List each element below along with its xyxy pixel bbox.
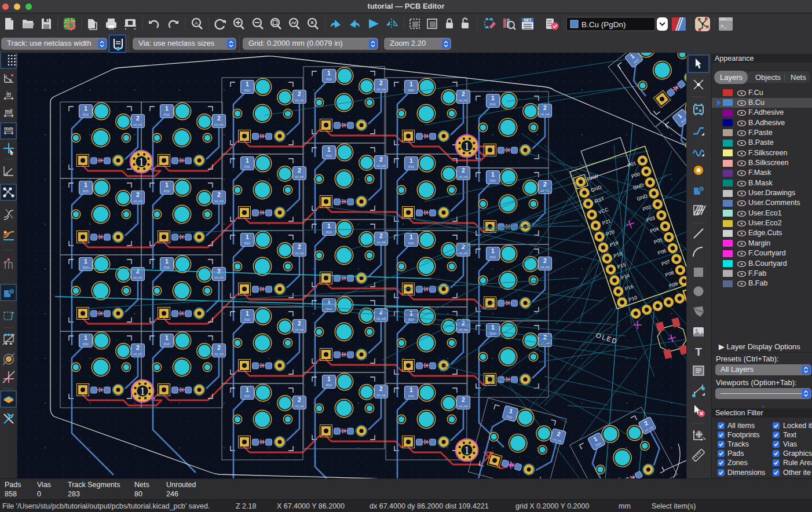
svg-text:T: T xyxy=(695,346,702,358)
svg-text:B.Cu (PgDn): B.Cu (PgDn) xyxy=(581,20,626,29)
svg-text:>_: >_ xyxy=(720,24,727,30)
svg-text:mil: mil xyxy=(5,108,12,114)
svg-text:in: in xyxy=(6,91,11,97)
svg-text:NET: NET xyxy=(524,18,532,22)
svg-text:θ: θ xyxy=(9,78,12,82)
svg-text:mm: mm xyxy=(4,126,13,131)
svg-text:A: A xyxy=(195,20,198,26)
